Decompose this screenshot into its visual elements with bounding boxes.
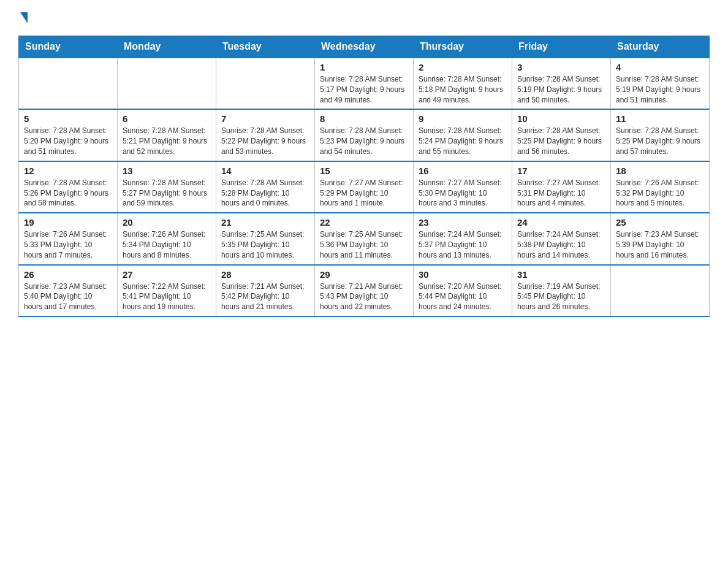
calendar-table: SundayMondayTuesdayWednesdayThursdayFrid… [18, 36, 710, 317]
day-info: Sunrise: 7:28 AM Sunset: 5:18 PM Dayligh… [419, 74, 507, 105]
day-of-week-header: Saturday [611, 36, 710, 58]
day-number: 3 [517, 62, 605, 72]
logo [18, 12, 28, 25]
calendar-day-cell: 19Sunrise: 7:26 AM Sunset: 5:33 PM Dayli… [19, 213, 118, 264]
calendar-week-row: 26Sunrise: 7:23 AM Sunset: 5:40 PM Dayli… [19, 265, 710, 316]
day-number: 18 [616, 166, 704, 176]
day-info: Sunrise: 7:27 AM Sunset: 5:31 PM Dayligh… [517, 178, 605, 209]
day-number: 17 [517, 166, 605, 176]
calendar-day-cell: 3Sunrise: 7:28 AM Sunset: 5:19 PM Daylig… [512, 58, 611, 109]
calendar-day-cell: 9Sunrise: 7:28 AM Sunset: 5:24 PM Daylig… [414, 109, 512, 161]
calendar-day-cell: 27Sunrise: 7:22 AM Sunset: 5:41 PM Dayli… [118, 265, 216, 316]
day-number: 10 [517, 113, 605, 124]
day-number: 6 [123, 113, 211, 124]
day-info: Sunrise: 7:27 AM Sunset: 5:29 PM Dayligh… [320, 178, 408, 209]
calendar-day-cell: 12Sunrise: 7:28 AM Sunset: 5:26 PM Dayli… [19, 161, 118, 213]
day-info: Sunrise: 7:26 AM Sunset: 5:33 PM Dayligh… [24, 229, 112, 260]
day-number: 14 [221, 166, 309, 176]
logo-text [18, 12, 28, 23]
day-info: Sunrise: 7:28 AM Sunset: 5:23 PM Dayligh… [320, 126, 408, 156]
day-number: 25 [616, 217, 704, 228]
calendar-week-row: 12Sunrise: 7:28 AM Sunset: 5:26 PM Dayli… [19, 161, 710, 213]
calendar-day-cell: 18Sunrise: 7:26 AM Sunset: 5:32 PM Dayli… [611, 161, 710, 213]
calendar-day-cell: 7Sunrise: 7:28 AM Sunset: 5:22 PM Daylig… [216, 109, 315, 161]
calendar-day-cell [611, 265, 710, 316]
day-info: Sunrise: 7:25 AM Sunset: 5:36 PM Dayligh… [320, 229, 408, 260]
day-number: 15 [320, 166, 408, 176]
day-number: 8 [320, 113, 408, 124]
day-number: 27 [123, 269, 211, 280]
calendar-header-row: SundayMondayTuesdayWednesdayThursdayFrid… [19, 36, 710, 58]
day-of-week-header: Wednesday [315, 36, 414, 58]
calendar-day-cell: 25Sunrise: 7:23 AM Sunset: 5:39 PM Dayli… [611, 213, 710, 264]
day-info: Sunrise: 7:28 AM Sunset: 5:28 PM Dayligh… [221, 178, 309, 209]
calendar-day-cell: 4Sunrise: 7:28 AM Sunset: 5:19 PM Daylig… [611, 58, 710, 109]
day-of-week-header: Monday [118, 36, 216, 58]
day-info: Sunrise: 7:28 AM Sunset: 5:19 PM Dayligh… [517, 74, 605, 105]
day-info: Sunrise: 7:28 AM Sunset: 5:25 PM Dayligh… [517, 126, 605, 156]
day-number: 28 [221, 269, 309, 280]
day-number: 24 [517, 217, 605, 228]
day-of-week-header: Friday [512, 36, 611, 58]
day-of-week-header: Sunday [19, 36, 118, 58]
day-info: Sunrise: 7:20 AM Sunset: 5:44 PM Dayligh… [419, 282, 507, 312]
day-of-week-header: Thursday [414, 36, 512, 58]
calendar-day-cell: 29Sunrise: 7:21 AM Sunset: 5:43 PM Dayli… [315, 265, 414, 316]
day-number: 30 [419, 269, 507, 280]
day-number: 16 [419, 166, 507, 176]
calendar-day-cell: 26Sunrise: 7:23 AM Sunset: 5:40 PM Dayli… [19, 265, 118, 316]
day-number: 12 [24, 166, 112, 176]
day-info: Sunrise: 7:24 AM Sunset: 5:37 PM Dayligh… [419, 229, 507, 260]
day-info: Sunrise: 7:28 AM Sunset: 5:26 PM Dayligh… [24, 178, 112, 209]
day-info: Sunrise: 7:25 AM Sunset: 5:35 PM Dayligh… [221, 229, 309, 260]
calendar-day-cell: 14Sunrise: 7:28 AM Sunset: 5:28 PM Dayli… [216, 161, 315, 213]
day-info: Sunrise: 7:21 AM Sunset: 5:42 PM Dayligh… [221, 282, 309, 312]
calendar-day-cell: 13Sunrise: 7:28 AM Sunset: 5:27 PM Dayli… [118, 161, 216, 213]
page-header [18, 12, 710, 25]
calendar-day-cell: 17Sunrise: 7:27 AM Sunset: 5:31 PM Dayli… [512, 161, 611, 213]
day-info: Sunrise: 7:22 AM Sunset: 5:41 PM Dayligh… [123, 282, 211, 312]
logo-arrow-icon [20, 12, 28, 23]
day-number: 22 [320, 217, 408, 228]
day-info: Sunrise: 7:23 AM Sunset: 5:39 PM Dayligh… [616, 229, 704, 260]
day-number: 19 [24, 217, 112, 228]
calendar-day-cell: 2Sunrise: 7:28 AM Sunset: 5:18 PM Daylig… [414, 58, 512, 109]
day-info: Sunrise: 7:26 AM Sunset: 5:32 PM Dayligh… [616, 178, 704, 209]
calendar-day-cell: 21Sunrise: 7:25 AM Sunset: 5:35 PM Dayli… [216, 213, 315, 264]
day-info: Sunrise: 7:28 AM Sunset: 5:21 PM Dayligh… [123, 126, 211, 156]
calendar-day-cell [118, 58, 216, 109]
calendar-day-cell: 20Sunrise: 7:26 AM Sunset: 5:34 PM Dayli… [118, 213, 216, 264]
calendar-day-cell [19, 58, 118, 109]
calendar-day-cell: 24Sunrise: 7:24 AM Sunset: 5:38 PM Dayli… [512, 213, 611, 264]
day-info: Sunrise: 7:21 AM Sunset: 5:43 PM Dayligh… [320, 282, 408, 312]
calendar-day-cell: 16Sunrise: 7:27 AM Sunset: 5:30 PM Dayli… [414, 161, 512, 213]
day-number: 9 [419, 113, 507, 124]
calendar-day-cell: 15Sunrise: 7:27 AM Sunset: 5:29 PM Dayli… [315, 161, 414, 213]
day-info: Sunrise: 7:28 AM Sunset: 5:19 PM Dayligh… [616, 74, 704, 105]
day-info: Sunrise: 7:19 AM Sunset: 5:45 PM Dayligh… [517, 282, 605, 312]
calendar-day-cell: 31Sunrise: 7:19 AM Sunset: 5:45 PM Dayli… [512, 265, 611, 316]
day-number: 21 [221, 217, 309, 228]
calendar-day-cell: 8Sunrise: 7:28 AM Sunset: 5:23 PM Daylig… [315, 109, 414, 161]
day-info: Sunrise: 7:28 AM Sunset: 5:25 PM Dayligh… [616, 126, 704, 156]
calendar-day-cell: 6Sunrise: 7:28 AM Sunset: 5:21 PM Daylig… [118, 109, 216, 161]
calendar-day-cell: 5Sunrise: 7:28 AM Sunset: 5:20 PM Daylig… [19, 109, 118, 161]
calendar-day-cell: 1Sunrise: 7:28 AM Sunset: 5:17 PM Daylig… [315, 58, 414, 109]
day-info: Sunrise: 7:28 AM Sunset: 5:24 PM Dayligh… [419, 126, 507, 156]
calendar-week-row: 19Sunrise: 7:26 AM Sunset: 5:33 PM Dayli… [19, 213, 710, 264]
day-number: 23 [419, 217, 507, 228]
calendar-day-cell: 10Sunrise: 7:28 AM Sunset: 5:25 PM Dayli… [512, 109, 611, 161]
calendar-day-cell: 28Sunrise: 7:21 AM Sunset: 5:42 PM Dayli… [216, 265, 315, 316]
day-number: 13 [123, 166, 211, 176]
day-info: Sunrise: 7:26 AM Sunset: 5:34 PM Dayligh… [123, 229, 211, 260]
calendar-day-cell: 30Sunrise: 7:20 AM Sunset: 5:44 PM Dayli… [414, 265, 512, 316]
calendar-week-row: 5Sunrise: 7:28 AM Sunset: 5:20 PM Daylig… [19, 109, 710, 161]
day-info: Sunrise: 7:23 AM Sunset: 5:40 PM Dayligh… [24, 282, 112, 312]
day-info: Sunrise: 7:28 AM Sunset: 5:22 PM Dayligh… [221, 126, 309, 156]
day-of-week-header: Tuesday [216, 36, 315, 58]
day-info: Sunrise: 7:28 AM Sunset: 5:17 PM Dayligh… [320, 74, 408, 105]
calendar-week-row: 1Sunrise: 7:28 AM Sunset: 5:17 PM Daylig… [19, 58, 710, 109]
calendar-day-cell: 22Sunrise: 7:25 AM Sunset: 5:36 PM Dayli… [315, 213, 414, 264]
day-info: Sunrise: 7:28 AM Sunset: 5:27 PM Dayligh… [123, 178, 211, 209]
day-info: Sunrise: 7:28 AM Sunset: 5:20 PM Dayligh… [24, 126, 112, 156]
